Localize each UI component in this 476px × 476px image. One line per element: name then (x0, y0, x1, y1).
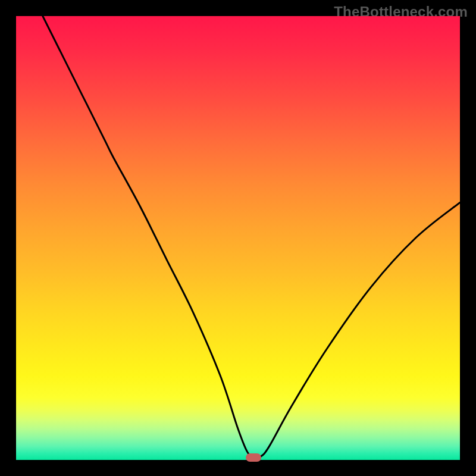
plot-area (16, 16, 460, 460)
minimum-marker (246, 453, 261, 462)
chart-frame: TheBottleneck.com (0, 0, 476, 476)
bottleneck-curve (16, 16, 460, 460)
